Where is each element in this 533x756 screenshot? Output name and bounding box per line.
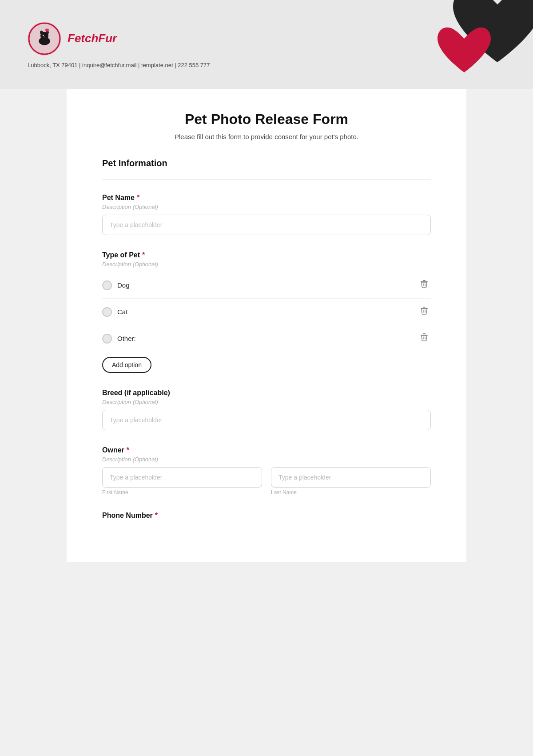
- header-left: FetchFur Lubbock, TX 79401 | inquire@fet…: [27, 21, 210, 68]
- breed-description: Description (Optional): [102, 399, 431, 405]
- svg-rect-17: [423, 333, 426, 334]
- svg-rect-13: [423, 307, 426, 308]
- radio-circle-other[interactable]: [102, 334, 112, 344]
- header-decoration: [409, 0, 533, 89]
- type-of-pet-label: Type of Pet *: [102, 251, 431, 259]
- pet-name-label: Pet Name *: [102, 194, 431, 202]
- form-main: Pet Photo Release Form Please fill out t…: [67, 89, 466, 562]
- owner-name-row: First Name Last Name: [102, 467, 431, 496]
- pet-name-input[interactable]: [102, 215, 431, 235]
- breed-input[interactable]: [102, 410, 431, 430]
- page-header: FetchFur Lubbock, TX 79401 | inquire@fet…: [0, 0, 533, 89]
- type-of-pet-field: Type of Pet * Description (Optional) Dog: [102, 251, 431, 373]
- form-title: Pet Photo Release Form: [102, 111, 431, 128]
- breed-label: Breed (if applicable): [102, 389, 431, 397]
- svg-point-6: [43, 35, 44, 36]
- owner-first-name-group: First Name: [102, 467, 262, 496]
- logo-area: FetchFur: [27, 21, 210, 56]
- radio-label-other: Other:: [117, 335, 136, 342]
- breed-field: Breed (if applicable) Description (Optio…: [102, 389, 431, 430]
- phone-number-field: Phone Number *: [102, 512, 431, 520]
- svg-point-7: [44, 36, 45, 37]
- svg-rect-9: [423, 280, 426, 281]
- phone-required: *: [155, 512, 158, 520]
- owner-last-name-group: Last Name: [271, 467, 431, 496]
- type-of-pet-options: Dog Cat: [102, 272, 431, 352]
- owner-label: Owner *: [102, 446, 431, 454]
- form-subtitle: Please fill out this form to provide con…: [102, 133, 431, 140]
- delete-dog-icon[interactable]: [418, 277, 431, 293]
- owner-description: Description (Optional): [102, 456, 431, 463]
- delete-cat-icon[interactable]: [418, 304, 431, 320]
- section-divider: [102, 179, 431, 180]
- radio-circle-cat[interactable]: [102, 307, 112, 317]
- phone-number-label: Phone Number *: [102, 512, 431, 520]
- radio-circle-dog[interactable]: [102, 280, 112, 290]
- logo-text: FetchFur: [68, 32, 117, 45]
- small-heart-icon: [435, 24, 493, 82]
- section-pet-info-title: Pet Information: [102, 158, 431, 168]
- owner-field: Owner * Description (Optional) First Nam…: [102, 446, 431, 496]
- radio-label-dog: Dog: [117, 281, 130, 289]
- owner-required: *: [127, 446, 129, 454]
- pet-name-field: Pet Name * Description (Optional): [102, 194, 431, 235]
- radio-label-cat: Cat: [117, 308, 127, 316]
- radio-option-cat: Cat: [102, 299, 431, 325]
- add-option-button[interactable]: Add option: [102, 357, 151, 373]
- owner-first-sublabel: First Name: [102, 489, 262, 496]
- header-contact: Lubbock, TX 79401 | inquire@fetchfur.mai…: [27, 62, 210, 68]
- owner-last-name-input[interactable]: [271, 467, 431, 488]
- type-of-pet-required: *: [142, 251, 145, 259]
- pet-name-description: Description (Optional): [102, 204, 431, 210]
- owner-last-sublabel: Last Name: [271, 489, 431, 496]
- radio-option-dog: Dog: [102, 272, 431, 299]
- pet-name-required: *: [137, 194, 139, 202]
- type-of-pet-description: Description (Optional): [102, 261, 431, 268]
- logo-icon: [27, 21, 62, 56]
- delete-other-icon[interactable]: [418, 331, 431, 346]
- radio-option-other: Other:: [102, 325, 431, 352]
- owner-first-name-input[interactable]: [102, 467, 262, 488]
